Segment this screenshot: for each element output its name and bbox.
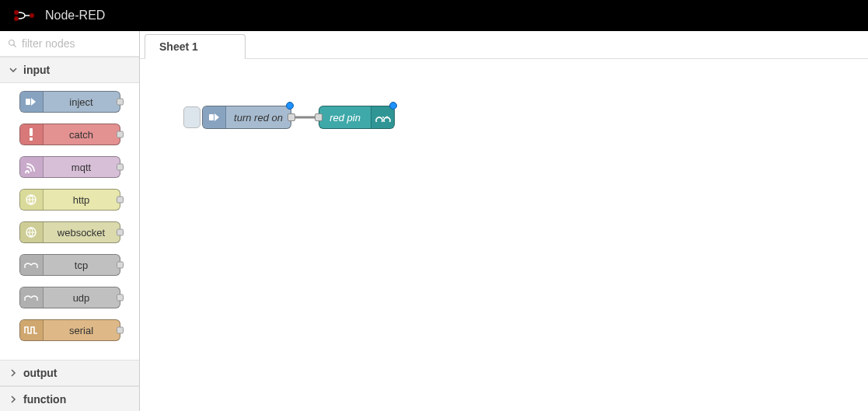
alert-icon	[20, 124, 44, 145]
wire	[140, 59, 451, 214]
output-port	[117, 197, 124, 204]
svg-point-0	[14, 10, 19, 15]
arduino-icon	[371, 106, 394, 128]
flow-node-label: turn red on	[226, 112, 291, 124]
svg-rect-10	[209, 114, 214, 120]
flow-canvas[interactable]: turn red on red pin	[140, 59, 868, 411]
palette-node-inject[interactable]: inject	[19, 91, 120, 113]
palette-node-label: mqtt	[44, 162, 120, 173]
flow-node-label: red pin	[319, 112, 371, 124]
palette-node-mqtt[interactable]: mqtt	[19, 156, 120, 178]
palette-node-label: inject	[44, 96, 120, 108]
output-port	[117, 229, 124, 236]
changed-indicator	[389, 102, 397, 110]
palette-node-label: tcp	[44, 259, 120, 271]
workspace: Sheet 1 turn red on red pin	[140, 31, 868, 411]
palette-node-tcp[interactable]: tcp	[19, 254, 120, 276]
svg-line-4	[14, 45, 16, 47]
category-header-function[interactable]: function	[0, 386, 139, 411]
tab-bar: Sheet 1	[140, 31, 868, 59]
svg-point-1	[14, 16, 19, 21]
category-header-input[interactable]: input	[0, 57, 139, 83]
bridge-icon	[20, 287, 44, 308]
input-port[interactable]	[315, 113, 322, 121]
output-port	[117, 262, 124, 269]
palette-node-websocket[interactable]: websocket	[19, 221, 120, 243]
filter-row	[0, 31, 139, 57]
inject-icon	[20, 92, 44, 112]
category-label: input	[23, 64, 50, 76]
palette-node-label: serial	[44, 325, 120, 336]
chevron-right-icon	[9, 369, 17, 377]
output-port	[117, 99, 124, 106]
palette-sidebar: input inject catch mqt	[0, 31, 140, 411]
search-icon	[8, 39, 17, 48]
category-body-input: inject catch mqtt	[0, 83, 139, 360]
filter-input[interactable]	[22, 37, 131, 50]
palette-node-label: websocket	[44, 227, 120, 239]
rss-icon	[20, 157, 44, 177]
svg-point-2	[30, 13, 34, 18]
output-port	[117, 294, 124, 301]
changed-indicator	[286, 102, 294, 110]
chevron-down-icon	[9, 66, 17, 74]
inject-icon	[203, 106, 226, 128]
palette-node-label: udp	[44, 292, 120, 304]
bridge-icon	[20, 255, 44, 275]
palette-node-serial[interactable]: serial	[19, 319, 120, 341]
chevron-right-icon	[9, 395, 17, 403]
svg-rect-6	[30, 128, 33, 136]
palette-node-http[interactable]: http	[19, 189, 120, 211]
output-port	[117, 164, 124, 171]
globe-icon	[20, 222, 44, 242]
category-header-output[interactable]: output	[0, 360, 139, 386]
svg-point-3	[9, 40, 15, 46]
svg-rect-5	[26, 99, 30, 105]
app-title: Node-RED	[45, 9, 105, 23]
palette-node-udp[interactable]: udp	[19, 287, 120, 308]
tab-sheet-1[interactable]: Sheet 1	[145, 34, 246, 59]
inject-trigger-button[interactable]	[183, 106, 200, 128]
output-port	[117, 131, 124, 138]
logo-icon	[12, 9, 36, 23]
serial-icon	[20, 320, 44, 340]
globe-icon	[20, 190, 44, 210]
output-port	[117, 327, 124, 334]
category-label: output	[23, 367, 58, 379]
top-bar: Node-RED	[0, 0, 868, 31]
palette-node-label: catch	[44, 129, 120, 141]
category-label: function	[23, 393, 66, 406]
svg-rect-7	[30, 138, 33, 141]
palette-node-label: http	[44, 194, 120, 206]
output-port[interactable]	[288, 113, 295, 121]
flow-node-arduino[interactable]: red pin	[319, 106, 395, 129]
flow-node-inject[interactable]: turn red on	[202, 106, 291, 129]
palette-node-catch[interactable]: catch	[19, 124, 120, 145]
